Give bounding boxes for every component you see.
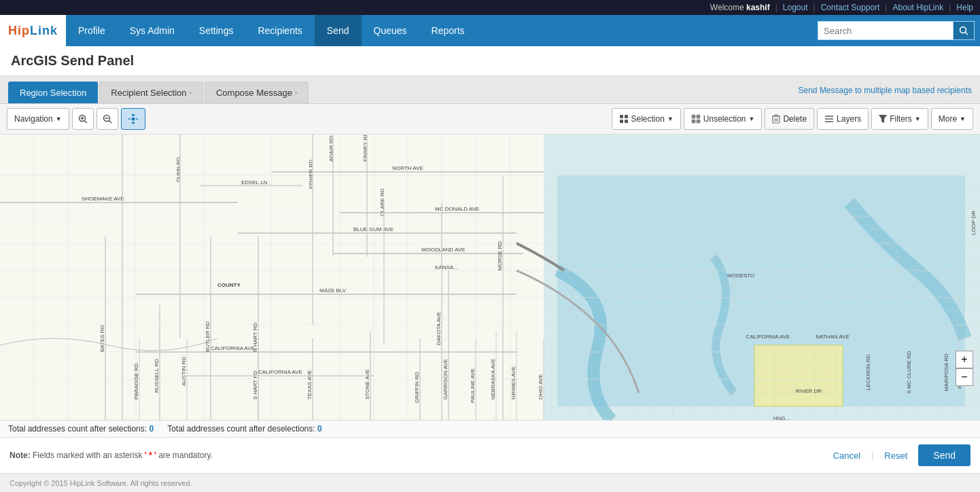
pan-icon: [127, 113, 139, 125]
nav-queues[interactable]: Queues: [362, 15, 419, 46]
search-area: [818, 21, 975, 40]
help-link[interactable]: Help: [956, 3, 973, 12]
nav-caret-icon: ▼: [56, 116, 62, 122]
svg-text:S MC CLURE RD: S MC CLURE RD: [906, 351, 912, 393]
tab-recipient-selection[interactable]: Recipient Selection ›: [99, 82, 203, 103]
note-area: Note: Fields marked with an asterisk ' *…: [10, 451, 213, 460]
selection-button[interactable]: Selection ▼: [612, 108, 681, 130]
svg-text:N HART RD: N HART RD: [252, 323, 258, 352]
navbar: HipLink Profile Sys Admin Settings Recip…: [0, 15, 980, 46]
more-caret: ▼: [960, 116, 966, 122]
svg-text:KANSA...: KANSA...: [435, 264, 458, 270]
zoom-in-map-button[interactable]: +: [956, 351, 973, 368]
svg-rect-14: [692, 115, 695, 118]
svg-text:GRIFFIN RD: GRIFFIN RD: [414, 372, 420, 403]
logout-link[interactable]: Logout: [783, 3, 808, 12]
nav-recipients[interactable]: Recipients: [245, 15, 314, 46]
nav-sysadmin[interactable]: Sys Admin: [118, 15, 187, 46]
svg-text:SHOEMAKE AVE: SHOEMAKE AVE: [82, 196, 124, 202]
about-link[interactable]: About HipLink: [892, 3, 943, 12]
send-button[interactable]: Send: [918, 444, 970, 466]
tabs: Region Selection Recipient Selection › C…: [8, 82, 310, 103]
deselections-count: 0: [317, 424, 322, 434]
svg-text:NATHAN AVE: NATHAN AVE: [816, 334, 850, 340]
pan-button[interactable]: [121, 108, 145, 130]
unselection-button[interactable]: Unselection ▼: [684, 108, 763, 130]
logo: HipLink: [0, 15, 66, 46]
svg-text:BLUE GUM AVE: BLUE GUM AVE: [353, 226, 393, 232]
reset-link[interactable]: Reset: [884, 451, 907, 461]
svg-rect-12: [620, 120, 623, 123]
nav-reports[interactable]: Reports: [419, 15, 477, 46]
svg-text:WOODLAND AVE: WOODLAND AVE: [421, 247, 465, 253]
svg-text:S HART RD: S HART RD: [252, 370, 258, 400]
svg-point-9: [131, 118, 135, 121]
zoom-in-icon: [78, 114, 88, 124]
layers-icon: [824, 115, 834, 123]
svg-text:TEXAS AVE: TEXAS AVE: [307, 370, 313, 400]
layers-button[interactable]: Layers: [817, 108, 869, 130]
svg-rect-13: [625, 120, 628, 123]
svg-text:BUTLER RD: BUTLER RD: [205, 321, 211, 352]
svg-text:GARRISON AVE: GARRISON AVE: [442, 359, 449, 400]
svg-text:NORTH AVE: NORTH AVE: [392, 165, 423, 171]
filters-icon: [879, 115, 887, 123]
contact-support-link[interactable]: Contact Support: [821, 3, 880, 12]
svg-text:RUSSELL RD: RUSSELL RD: [154, 359, 160, 393]
send-message-link[interactable]: Send Message to multiple map based recip…: [799, 86, 972, 95]
svg-text:RIVER DR: RIVER DR: [796, 388, 822, 394]
navigation-button[interactable]: Navigation ▼: [7, 108, 69, 130]
more-button[interactable]: More ▼: [931, 108, 973, 130]
svg-line-5: [84, 121, 87, 124]
deselections-label: Total addresses count after deselections…: [167, 424, 322, 434]
unselection-caret: ▼: [749, 116, 755, 122]
selections-label: Total addresses count after selections: …: [8, 424, 154, 434]
welcome-text: Welcome kashif: [710, 3, 770, 12]
asterisk-marker: ' * ': [145, 451, 158, 460]
svg-rect-16: [692, 120, 695, 123]
svg-text:PARADISE RD: PARADISE RD: [133, 363, 139, 400]
svg-text:LOOP DR: LOOP DR: [970, 211, 977, 235]
zoom-in-button[interactable]: [72, 108, 94, 130]
zoom-out-icon: [103, 114, 112, 124]
svg-rect-11: [625, 115, 628, 118]
svg-text:BATES RD: BATES RD: [99, 325, 105, 352]
copyright-bar: Copyright © 2015 HipLink Software. All r…: [0, 473, 980, 492]
search-input[interactable]: [818, 21, 953, 40]
map-container[interactable]: NORTH AVE SHOEMAKE AVE MC DONALD AVE BLU…: [0, 135, 980, 420]
svg-text:MAZE BLV: MAZE BLV: [319, 287, 347, 294]
svg-rect-15: [697, 115, 700, 118]
map-toolbar: Navigation ▼: [0, 104, 980, 135]
nav-send[interactable]: Send: [315, 15, 362, 46]
filters-button[interactable]: Filters ▼: [871, 108, 928, 130]
cancel-link[interactable]: Cancel: [833, 451, 860, 461]
zoom-out-map-button[interactable]: −: [956, 368, 973, 386]
delete-button[interactable]: Delete: [765, 108, 814, 130]
zoom-out-button[interactable]: [97, 108, 118, 130]
selection-icon: [619, 114, 629, 124]
delete-icon: [772, 114, 780, 124]
nav-profile[interactable]: Profile: [66, 15, 118, 46]
nav-settings[interactable]: Settings: [187, 15, 246, 46]
page-title-bar: ArcGIS Send Panel: [0, 46, 980, 76]
selections-count: 0: [149, 424, 154, 434]
svg-text:PAULINE AVE: PAULINE AVE: [470, 368, 476, 403]
svg-text:CALIFORNIA AVE: CALIFORNIA AVE: [746, 334, 790, 340]
search-button[interactable]: [953, 21, 975, 40]
svg-text:HNG...: HNG...: [773, 415, 790, 420]
left-toolbar: Navigation ▼: [7, 108, 145, 130]
svg-point-0: [960, 27, 966, 33]
tab-compose-message[interactable]: Compose Message ›: [205, 82, 309, 103]
nav-items: Profile Sys Admin Settings Recipients Se…: [66, 15, 818, 46]
svg-text:GRIMES AVE: GRIMES AVE: [510, 366, 517, 400]
topbar: Welcome kashif | Logout | Contact Suppor…: [0, 0, 980, 15]
tab-region-selection[interactable]: Region Selection: [8, 82, 98, 103]
svg-text:CALIFORNIA AVE: CALIFORNIA AVE: [258, 369, 302, 375]
svg-line-1: [966, 33, 968, 35]
svg-text:NEBRASKA AVE: NEBRASKA AVE: [490, 359, 496, 400]
unselection-icon: [691, 114, 701, 124]
footer-actions: Cancel | Reset Send: [833, 444, 970, 466]
svg-text:AUSTIN RD: AUSTIN RD: [181, 357, 187, 386]
svg-rect-33: [754, 345, 843, 406]
svg-text:STONE AVE: STONE AVE: [364, 369, 370, 400]
